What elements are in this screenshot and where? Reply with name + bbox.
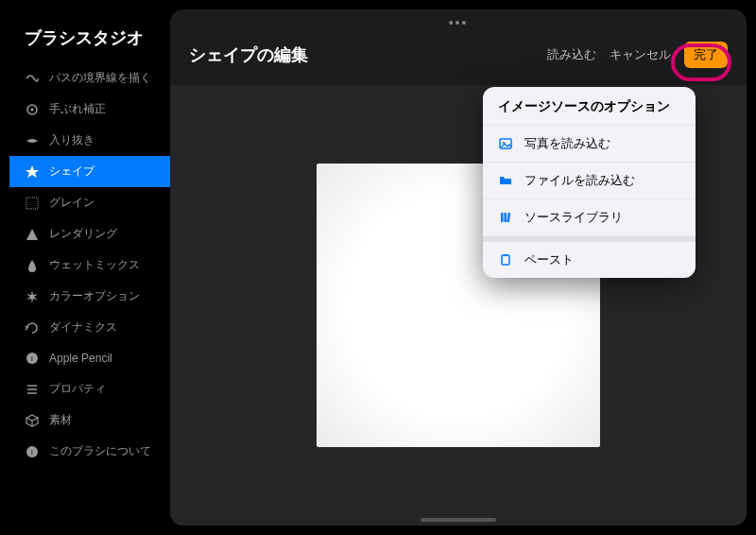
wet-icon [25, 258, 40, 273]
sidebar-item-label: 素材 [49, 412, 72, 428]
sidebar-item-label: プロパティ [49, 381, 106, 397]
popover-item-library[interactable]: ソースライブラリ [483, 199, 696, 236]
svg-rect-14 [507, 213, 510, 222]
taper-icon [25, 133, 40, 148]
svg-text:i: i [31, 448, 33, 457]
sidebar-item-render[interactable]: レンダリング [9, 218, 170, 250]
svg-rect-16 [504, 254, 507, 256]
color-icon [25, 289, 40, 304]
sidebar-item-taper[interactable]: 入り抜き [9, 125, 170, 156]
sidebar-item-stabilize[interactable]: 手ぶれ補正 [9, 94, 170, 125]
popover-item-label: 写真を読み込む [524, 135, 610, 152]
import-button[interactable]: 読み込む [547, 46, 596, 63]
svg-rect-15 [502, 255, 509, 265]
grain-icon [25, 196, 40, 211]
clipboard-icon [498, 252, 513, 268]
render-icon [25, 227, 40, 242]
cancel-button[interactable]: キャンセル [610, 46, 671, 63]
svg-text:i: i [31, 354, 33, 363]
sidebar-item-dynamics[interactable]: ダイナミクス [9, 312, 170, 343]
svg-point-1 [31, 108, 34, 111]
svg-rect-12 [501, 213, 504, 222]
sidebar-item-color[interactable]: カラーオプション [9, 281, 170, 312]
sidebar-item-path[interactable]: パスの境界線を描く [9, 62, 170, 94]
props-icon [25, 382, 40, 397]
photo-icon [498, 136, 513, 151]
sidebar-item-pencil[interactable]: i Apple Pencil [9, 343, 170, 373]
folder-icon [498, 173, 513, 188]
shape-icon [25, 164, 40, 180]
main-panel: ••• シェイプの編集 読み込む キャンセル 完了 イメージソースのオプション … [170, 9, 747, 526]
sidebar-item-wet[interactable]: ウェットミックス [9, 250, 170, 281]
popover-item-file[interactable]: ファイルを読み込む [483, 163, 696, 199]
toolbar: シェイプの編集 読み込む キャンセル 完了 [170, 30, 747, 81]
sidebar-item-props[interactable]: プロパティ [9, 373, 170, 405]
sidebar-item-label: カラーオプション [49, 288, 140, 304]
svg-rect-2 [26, 198, 38, 209]
material-icon [25, 413, 40, 428]
dynamics-icon [25, 320, 40, 336]
sidebar: ブラシスタジオ パスの境界線を描く 手ぶれ補正 入り抜き シェイプ グレイン レ… [9, 9, 170, 526]
sidebar-item-label: このブラシについて [49, 443, 151, 459]
sidebar-title: ブラシスタジオ [9, 17, 170, 62]
drag-handle-icon[interactable]: ••• [170, 9, 747, 30]
sidebar-item-grain[interactable]: グレイン [9, 187, 170, 218]
popover-item-label: ファイルを読み込む [524, 172, 635, 189]
library-icon [498, 210, 513, 225]
sidebar-item-label: 入り抜き [49, 132, 94, 148]
toolbar-actions: 読み込む キャンセル 完了 [547, 42, 728, 68]
path-icon [25, 71, 40, 86]
sidebar-item-label: ダイナミクス [49, 319, 117, 336]
popover-item-photo[interactable]: 写真を読み込む [483, 126, 696, 163]
sidebar-item-material[interactable]: 素材 [9, 405, 170, 436]
page-title: シェイプの編集 [189, 43, 308, 66]
sidebar-item-label: パスの境界線を描く [49, 70, 151, 86]
sidebar-item-label: グレイン [49, 195, 94, 211]
popover-title: イメージソースのオプション [483, 87, 696, 126]
sidebar-item-label: 手ぶれ補正 [49, 101, 106, 117]
sidebar-item-label: Apple Pencil [49, 352, 112, 365]
popover-item-paste[interactable]: ペースト [483, 242, 696, 278]
about-icon: i [25, 444, 40, 459]
home-indicator [421, 518, 496, 522]
sidebar-item-label: シェイプ [49, 164, 94, 180]
popover-item-label: ソースライブラリ [524, 209, 623, 226]
stabilize-icon [25, 102, 40, 117]
pencil-icon: i [25, 351, 40, 366]
sidebar-item-label: ウェットミックス [49, 257, 140, 273]
sidebar-item-shape[interactable]: シェイプ [9, 156, 170, 187]
sidebar-item-about[interactable]: i このブラシについて [9, 436, 170, 467]
done-button[interactable]: 完了 [684, 42, 728, 68]
sidebar-item-label: レンダリング [49, 226, 117, 242]
popover-item-label: ペースト [524, 251, 574, 268]
image-source-popover: イメージソースのオプション 写真を読み込む ファイルを読み込む ソースライブラリ… [483, 87, 696, 278]
svg-rect-13 [505, 213, 507, 222]
